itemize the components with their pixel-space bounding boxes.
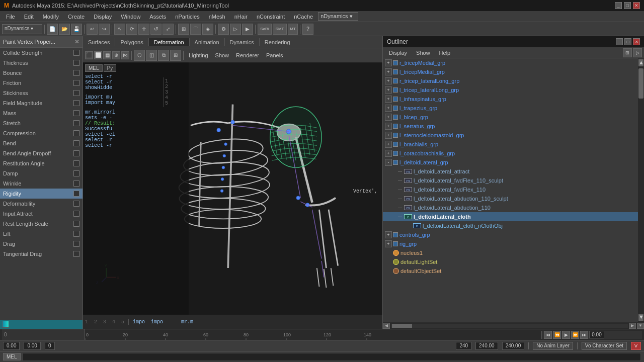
help-btn[interactable]: ? — [302, 24, 313, 35]
vp-btn-2[interactable]: ⬜ — [94, 51, 102, 59]
move-btn[interactable]: ✛ — [138, 24, 149, 35]
tangential-drag-checkbox[interactable] — [73, 251, 79, 257]
outliner-item-l-deltoidlateral-cloth[interactable]: c l_deltoidLateral_cloth — [383, 212, 638, 221]
redo-btn[interactable]: ↪ — [99, 24, 110, 35]
mel-input-field[interactable] — [23, 353, 641, 361]
bounce-checkbox[interactable] — [73, 70, 79, 76]
outliner-menu-help[interactable]: Help — [435, 49, 455, 57]
menu-nhair[interactable]: nHair — [230, 13, 252, 21]
thickness-checkbox[interactable] — [73, 60, 79, 66]
vp-btn-3[interactable]: ▦ — [103, 51, 111, 59]
expand-icon[interactable]: + — [385, 68, 392, 75]
mel-tab[interactable]: MEL — [85, 64, 103, 72]
anim-layer-btn[interactable]: No Anim Layer — [533, 342, 573, 350]
scrollbar-up-arrow[interactable]: ▲ — [638, 59, 643, 66]
outliner-scrollbar[interactable]: ▲ ▼ — [638, 58, 644, 322]
vscroll-bottom-btn[interactable]: ▼ — [637, 323, 644, 329]
val1-field[interactable]: 240 — [456, 342, 471, 350]
play-btn[interactable]: ▶ — [562, 331, 570, 339]
smt-btn[interactable]: SMT — [273, 24, 287, 35]
ipr-btn[interactable]: ▶ — [242, 24, 253, 35]
hscroll-right-btn[interactable]: ▶ — [629, 323, 636, 329]
tab-surfaces[interactable]: Surfaces — [83, 38, 115, 46]
play-back-btn[interactable]: ⏮ — [544, 331, 552, 339]
panel-item-lift[interactable]: Lift — [0, 229, 83, 239]
outliner-item-l-deltoidlateral-attract[interactable]: m l_deltoidLateral_attract — [383, 167, 638, 176]
viewport-3d[interactable]: X Y Z MEL Py select -r select -r showHid… — [83, 62, 382, 315]
step-fwd-btn[interactable]: ⏩ — [571, 331, 579, 339]
expand-icon[interactable]: + — [385, 231, 392, 238]
lift-checkbox[interactable] — [73, 231, 79, 237]
bend-angle-dropoff-checkbox[interactable] — [73, 150, 79, 156]
panel-item-bounce[interactable]: Bounce — [0, 68, 83, 78]
expand-icon[interactable]: + — [385, 240, 392, 247]
expand-icon[interactable]: + — [385, 86, 392, 94]
panel-item-rigidity[interactable]: Rigidity — [0, 189, 83, 199]
panel-item-stickiness[interactable]: Stickiness — [0, 88, 83, 98]
menu-show[interactable]: Show — [212, 52, 232, 58]
snap-curve-btn[interactable]: ⌒ — [190, 24, 201, 35]
menu-nmesh[interactable]: nMesh — [205, 13, 229, 21]
new-file-btn[interactable]: 📄 — [47, 24, 58, 35]
menu-display[interactable]: Display — [90, 13, 116, 21]
stickiness-checkbox[interactable] — [73, 90, 79, 96]
outliner-item-l-serratus-grp[interactable]: + l_serratus_grp — [383, 122, 638, 131]
menu-renderer[interactable]: Renderer — [233, 52, 262, 58]
panel-item-collide-strength[interactable]: Collide Strength — [0, 48, 83, 58]
outliner-icon-btn2[interactable]: ▷ — [633, 48, 642, 57]
rotate-btn[interactable]: ↺ — [150, 24, 162, 35]
panel-item-wrinkle[interactable]: Wrinkle — [0, 178, 83, 189]
vp-btn-9[interactable]: ⊞ — [170, 50, 181, 61]
scrollbar-thumb[interactable] — [638, 68, 643, 99]
rest-length-scale-checkbox[interactable] — [73, 221, 79, 227]
panel-item-damp[interactable]: Damp — [0, 168, 83, 178]
damp-checkbox[interactable] — [73, 170, 79, 176]
hscroll-left-btn[interactable]: ◀ — [383, 323, 390, 329]
outliner-item-l-coracobrachialis-grp[interactable]: + l_coracobrachialis_grp — [383, 149, 638, 158]
tab-animation[interactable]: Animation — [190, 38, 225, 46]
outliner-item-l-deltoidlateral-fwdflex110[interactable]: m l_deltoidLateral_fwdFlex_110 — [383, 185, 638, 194]
render-settings-btn[interactable]: ⚙ — [218, 24, 229, 35]
input-attract-checkbox[interactable] — [73, 211, 79, 217]
panel-item-thickness[interactable]: Thickness — [0, 58, 83, 68]
panel-item-stretch[interactable]: Stretch — [0, 118, 83, 128]
menu-edit[interactable]: Edit — [20, 13, 38, 21]
time-field-2[interactable]: 0.00 — [24, 342, 40, 350]
tab-deformation[interactable]: Deformation — [149, 38, 190, 46]
friction-checkbox[interactable] — [73, 80, 79, 86]
menu-modify[interactable]: Modify — [39, 13, 63, 21]
vp-btn-7[interactable]: ◫ — [146, 50, 157, 61]
mass-checkbox[interactable] — [73, 110, 79, 116]
panel-close-btn[interactable]: ✕ — [74, 38, 79, 45]
outliner-item-l-deltoidlateral-fwdflex110-sculpt[interactable]: m l_deltoidLateral_fwdFlex_110_sculpt — [383, 176, 638, 185]
expand-icon[interactable]: + — [385, 150, 392, 157]
tab-polygons[interactable]: Polygons — [115, 38, 148, 46]
outliner-item-l-deltoidlateral-abduction110[interactable]: m l_deltoidLateral_abduction_110 — [383, 203, 638, 212]
panel-item-deformability[interactable]: Deformability — [0, 199, 83, 209]
outliner-item-l-bicep-grp[interactable]: + l_bicep_grp — [383, 113, 638, 122]
dynamics-mode-dropdown[interactable]: nDynamics ▾ — [2, 24, 42, 34]
select-btn[interactable]: ↖ — [114, 24, 125, 35]
lasso-btn[interactable]: ⟳ — [126, 24, 137, 35]
undo-btn[interactable]: ↩ — [87, 24, 98, 35]
character-set-btn[interactable]: Vo Character Set — [582, 342, 627, 350]
outliner-menu-display[interactable]: Display — [385, 49, 411, 57]
close-button[interactable]: ✕ — [633, 2, 640, 9]
time-field-1[interactable]: 0.00 — [3, 342, 20, 350]
mel-tab-btn[interactable]: MEL — [3, 353, 21, 360]
outliner-icon-btn1[interactable]: ⊞ — [623, 48, 632, 57]
val2-field[interactable]: 240.00 — [475, 342, 498, 350]
expand-icon[interactable]: + — [385, 59, 392, 66]
expand-icon[interactable]: + — [385, 77, 392, 84]
play-fwd-btn[interactable]: ⏭ — [580, 331, 588, 339]
menu-ncache[interactable]: nCache — [290, 13, 317, 21]
menu-assets[interactable]: Assets — [145, 13, 170, 21]
maximize-button[interactable]: □ — [624, 2, 631, 9]
open-file-btn[interactable]: 📂 — [59, 24, 70, 35]
expand-icon[interactable]: + — [385, 132, 392, 139]
panel-item-drag[interactable]: Drag — [0, 239, 83, 249]
panel-item-bend[interactable]: Bend — [0, 138, 83, 148]
menu-nparticles[interactable]: nParticles — [171, 13, 203, 21]
outliner-item-defaultobjectset[interactable]: defaultObjectSet — [383, 266, 638, 276]
collide-strength-checkbox[interactable] — [73, 50, 79, 56]
